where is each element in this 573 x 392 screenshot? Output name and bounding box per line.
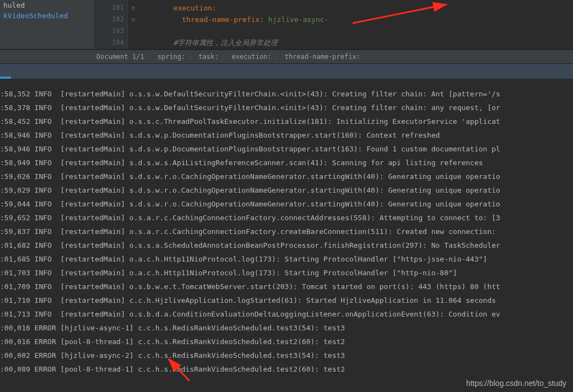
tree-item[interactable]: huled [0, 0, 94, 10]
breadcrumb-item[interactable]: thread-name-prefix: [285, 53, 360, 61]
log-line[interactable]: :59,029 INFO [restartedMain] s.d.s.w.r.o… [0, 183, 573, 197]
project-tree[interactable]: huledkVideoScheduled [0, 0, 95, 49]
fold-marker[interactable] [128, 25, 139, 37]
breadcrumb-item[interactable]: task:〉 [198, 52, 231, 62]
chevron-right-icon: 〉 [275, 52, 282, 62]
line-number: 104 [95, 37, 124, 48]
log-line[interactable]: :58,946 INFO [restartedMain] s.d.s.w.p.D… [0, 142, 573, 156]
log-line[interactable]: :00,016 ERROR [pool-8-thread-1] c.c.h.s.… [0, 335, 573, 349]
fold-marker[interactable] [128, 37, 139, 48]
code-line[interactable]: #字符串属性，注入全局异常处理 [139, 37, 573, 48]
active-tab-indicator [0, 77, 11, 79]
code-line[interactable]: thread-name-prefix: hjzlive-async- [139, 14, 573, 25]
code-line[interactable]: execution: [139, 2, 573, 14]
log-line[interactable]: :01,703 INFO [restartedMain] o.a.c.h.Htt… [0, 266, 573, 280]
log-line[interactable]: :58,452 INFO [restartedMain] o.s.s.c.Thr… [0, 115, 573, 128]
breadcrumb-item[interactable]: Document 1/1〉 [96, 52, 158, 62]
line-number: 101 [95, 2, 124, 14]
log-line[interactable]: :59,837 INFO [restartedMain] o.s.a.r.c.C… [0, 225, 573, 238]
fold-column: ⊟⊟ [128, 0, 139, 49]
log-line[interactable]: :59,044 INFO [restartedMain] s.d.s.w.r.o… [0, 197, 573, 211]
log-line[interactable]: :00,002 ERROR [hjzlive-async-2] c.c.h.s.… [0, 349, 573, 362]
log-line[interactable]: :58,949 INFO [restartedMain] s.d.s.w.s.A… [0, 156, 573, 170]
log-line[interactable]: :01,713 INFO [restartedMain] o.s.b.d.a.C… [0, 307, 573, 321]
breadcrumb[interactable]: Document 1/1〉spring:〉task:〉execution:〉th… [0, 50, 573, 64]
log-line[interactable]: :58,352 INFO [restartedMain] o.s.s.w.Def… [0, 87, 573, 101]
breadcrumb-item[interactable]: execution:〉 [231, 52, 284, 62]
breadcrumb-item[interactable]: spring:〉 [158, 52, 199, 62]
editor-area: huledkVideoScheduled 101102103104 ⊟⊟ exe… [0, 0, 573, 50]
line-gutter: 101102103104 [95, 0, 128, 49]
log-line[interactable]: :00,089 ERROR [pool-8-thread-1] c.c.h.s.… [0, 362, 573, 376]
fold-marker[interactable]: ⊟ [128, 14, 139, 25]
log-line[interactable]: :58,946 INFO [restartedMain] s.d.s.w.p.D… [0, 128, 573, 142]
log-line[interactable]: :01,710 INFO [restartedMain] c.c.h.Hjzli… [0, 293, 573, 307]
code-line[interactable] [139, 25, 573, 37]
console-output[interactable]: :58,352 INFO [restartedMain] o.s.s.w.Def… [0, 79, 573, 392]
log-line[interactable]: :01,709 INFO [restartedMain] o.s.b.w.e.t… [0, 280, 573, 293]
line-number: 103 [95, 25, 124, 37]
log-line[interactable]: :59,652 INFO [restartedMain] o.s.a.r.c.C… [0, 211, 573, 225]
chevron-right-icon: 〉 [188, 52, 195, 62]
code-editor[interactable]: 101102103104 ⊟⊟ execution: thread-name-p… [95, 0, 573, 49]
chevron-right-icon: 〉 [221, 52, 228, 62]
code-body[interactable]: execution: thread-name-prefix: hjzlive-a… [139, 0, 573, 49]
log-line[interactable]: :58,378 INFO [restartedMain] o.s.s.w.Def… [0, 101, 573, 115]
tree-item[interactable]: kVideoScheduled [0, 10, 94, 21]
log-line[interactable]: :59,026 INFO [restartedMain] s.d.s.w.r.o… [0, 170, 573, 183]
chevron-right-icon: 〉 [148, 52, 154, 62]
line-number: 102 [95, 14, 124, 25]
fold-marker[interactable]: ⊟ [128, 2, 139, 14]
log-line[interactable]: :01,682 INFO [restartedMain] o.s.s.a.Sch… [0, 238, 573, 252]
tool-window-header[interactable] [0, 64, 573, 79]
log-line[interactable]: :01,685 INFO [restartedMain] o.a.c.h.Htt… [0, 252, 573, 266]
log-line[interactable]: :00,016 ERROR [hjzlive-async-1] c.c.h.s.… [0, 321, 573, 335]
